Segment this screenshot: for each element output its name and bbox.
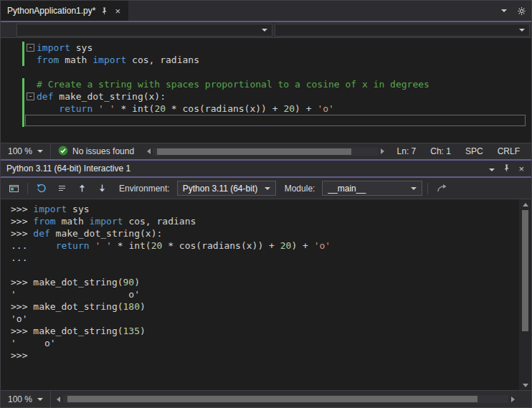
- column-indicator: Ch: 1: [423, 146, 458, 156]
- code-token: ' ': [95, 240, 111, 251]
- code-text: >>>: [11, 349, 33, 361]
- console-line: >>> make_dot_string(180): [1, 300, 531, 313]
- scrollbar-track[interactable]: [153, 148, 378, 156]
- close-tab-icon[interactable]: ×: [113, 6, 122, 16]
- code-token: sys: [67, 204, 89, 214]
- outlining-margin: [24, 78, 37, 90]
- scroll-left-icon[interactable]: [57, 397, 60, 402]
- editor-horizontal-scrollbar[interactable]: [147, 148, 384, 156]
- environment-label: Environment:: [119, 184, 170, 194]
- window-position-chevron-icon[interactable]: [489, 163, 495, 174]
- close-icon[interactable]: ×: [518, 164, 524, 174]
- code-editor[interactable]: -import sysfrom math import cos, radians…: [1, 38, 531, 143]
- scrollbar-thumb[interactable]: [157, 148, 351, 155]
- reset-icon[interactable]: [33, 181, 50, 196]
- clear-screen-icon[interactable]: [53, 181, 70, 196]
- collapse-icon[interactable]: -: [27, 44, 34, 52]
- pin-icon[interactable]: [503, 163, 510, 174]
- history-next-icon[interactable]: [93, 181, 110, 196]
- issues-label: No issues found: [72, 146, 134, 156]
- code-token: return: [59, 103, 92, 114]
- editor-status-bar: 100 % No issues found Ln: 7 Ch: 1 SPC CR…: [1, 143, 531, 159]
- scrollbar-thumb[interactable]: [522, 210, 528, 331]
- code-token: import: [33, 204, 67, 214]
- code-text: >>> def make_dot_string(x):: [11, 227, 162, 239]
- code-token: [33, 240, 55, 251]
- console-lines: >>> import sys>>> from math import cos, …: [1, 203, 531, 361]
- interactive-console[interactable]: >>> import sys>>> from math import cos, …: [1, 199, 531, 390]
- code-token: >>>: [11, 277, 33, 288]
- document-tab-bar: PythonApplication1.py* ×: [1, 1, 531, 21]
- scroll-up-icon[interactable]: [519, 199, 531, 209]
- scroll-left-icon[interactable]: [147, 148, 151, 154]
- scroll-down-icon[interactable]: [519, 380, 531, 390]
- console-line: >>> make_dot_string(90): [1, 276, 531, 288]
- code-token: 90: [123, 277, 135, 288]
- module-dropdown[interactable]: __main__: [322, 181, 422, 196]
- code-token: ...: [11, 252, 27, 263]
- titlebar-icons: ×: [489, 163, 526, 174]
- members-dropdown[interactable]: [275, 24, 531, 37]
- scrollbar-thumb[interactable]: [67, 396, 477, 402]
- interactive-zoom-dropdown[interactable]: 100 %: [1, 391, 51, 407]
- scrollbar-track[interactable]: [63, 395, 508, 403]
- console-line: 'o': [1, 313, 531, 325]
- document-tab[interactable]: PythonApplication1.py* ×: [1, 1, 128, 21]
- zoom-value: 100 %: [8, 394, 32, 404]
- code-token: cos, radians: [123, 216, 196, 227]
- console-line: >>> from math import cos, radians: [1, 215, 531, 227]
- interactive-window-title: Python 3.11 (64-bit) Interactive 1: [6, 163, 130, 174]
- issues-indicator[interactable]: No issues found: [51, 146, 141, 158]
- code-token: 20: [151, 240, 163, 251]
- code-token: from: [33, 216, 55, 227]
- types-dropdown[interactable]: [16, 24, 272, 37]
- console-vertical-scrollbar[interactable]: [519, 199, 531, 390]
- interactive-window-titlebar[interactable]: Python 3.11 (64-bit) Interactive 1 ×: [1, 161, 531, 176]
- scroll-right-icon[interactable]: [381, 148, 384, 154]
- scroll-right-icon[interactable]: [511, 397, 515, 402]
- code-token: def: [37, 91, 53, 102]
- scrollbar-track[interactable]: [519, 209, 531, 380]
- toolbar-separator: [427, 183, 428, 194]
- spaces-indicator[interactable]: SPC: [458, 146, 490, 156]
- code-token: def: [33, 228, 49, 239]
- pin-icon[interactable]: [100, 6, 108, 15]
- interactive-environment-icon[interactable]: [5, 181, 22, 196]
- send-to-interactive-icon[interactable]: [433, 181, 450, 196]
- code-token: >>>: [11, 301, 33, 312]
- eol-indicator[interactable]: CRLF: [490, 146, 527, 156]
- code-token: * int(: [112, 240, 151, 251]
- history-previous-icon[interactable]: [73, 181, 90, 196]
- code-text: >>> make_dot_string(135): [11, 325, 146, 337]
- code-token: 20: [280, 240, 292, 251]
- code-text: ' o': [11, 337, 56, 349]
- code-token: * cos(radians(x)) +: [166, 103, 283, 114]
- code-token: sys: [70, 42, 92, 53]
- collapse-icon[interactable]: -: [27, 92, 34, 100]
- zoom-dropdown[interactable]: 100 %: [1, 143, 51, 159]
- outlining-margin: -: [24, 42, 37, 54]
- window-options-gear-icon[interactable]: [512, 1, 531, 21]
- code-token: 20: [283, 103, 295, 114]
- code-token: ): [134, 277, 140, 288]
- code-text: ... return ' ' * int(20 * cos(radians(x)…: [11, 239, 331, 252]
- outlining-margin: -: [24, 90, 37, 103]
- editor-line: [1, 66, 531, 78]
- environment-dropdown[interactable]: Python 3.11 (64-bit): [177, 181, 276, 196]
- code-token: 20: [154, 103, 166, 114]
- visual-studio-window: PythonApplication1.py* × -import sysfrom…: [0, 0, 532, 408]
- code-token: ' o': [11, 338, 56, 348]
- code-token: 'o': [11, 313, 27, 324]
- interactive-status-bar: 100 %: [1, 390, 531, 407]
- code-token: # Create a string with spaces proportion…: [37, 79, 429, 90]
- module-value: __main__: [328, 184, 405, 194]
- code-token: make_dot_string(: [33, 277, 123, 288]
- console-line: ... return ' ' * int(20 * cos(radians(x)…: [1, 239, 531, 252]
- interactive-toolbar: Environment: Python 3.11 (64-bit) Module…: [1, 178, 531, 199]
- module-label: Module:: [285, 184, 315, 194]
- code-token: 'o': [314, 240, 331, 251]
- code-token: make_dot_string(x):: [53, 91, 166, 102]
- code-token: ) +: [295, 103, 317, 114]
- tab-list-chevron-icon[interactable]: [496, 1, 512, 21]
- code-token: >>>: [11, 228, 33, 239]
